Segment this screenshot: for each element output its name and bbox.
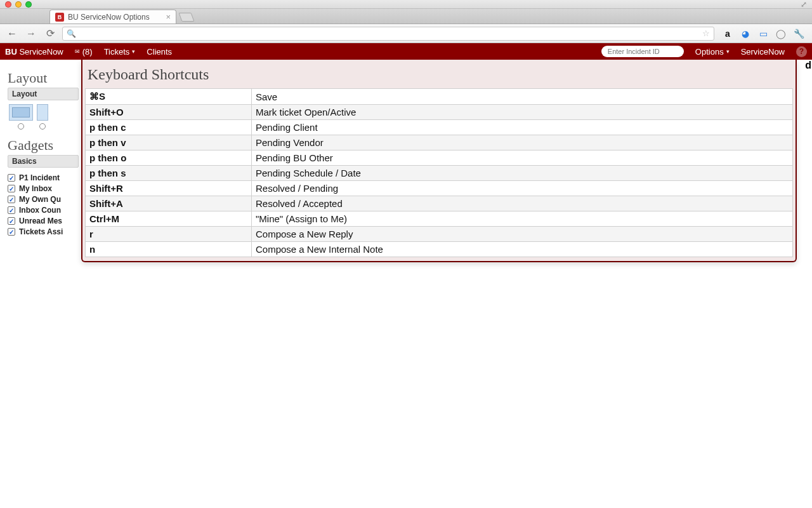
browser-extension-icons: a ◕ ▭ ◯ 🔧 (719, 28, 807, 39)
forward-icon[interactable]: → (24, 27, 38, 41)
browser-tab-title: BU ServiceNow Options (68, 13, 150, 22)
shortcut-key: p then o (86, 150, 252, 166)
modal-title: Keyboard Shortcuts (82, 60, 796, 88)
app-brand[interactable]: BU ServiceNow (5, 47, 63, 57)
new-tab-button[interactable] (178, 13, 194, 22)
shortcut-description: Compose a New Reply (252, 227, 793, 242)
options-menu[interactable]: Options▾ (695, 47, 730, 57)
shortcut-key: Shift+R (86, 181, 252, 196)
browser-tabstrip: B BU ServiceNow Options × (0, 9, 812, 24)
shortcut-description: Pending Client (252, 120, 793, 135)
sidebar: Layout Layout Gadgets Basics ✓P1 Inciden… (0, 60, 81, 508)
shortcut-description: Resolved / Accepted (252, 196, 793, 211)
wrench-icon[interactable]: 🔧 (793, 28, 804, 39)
shortcut-row: p then sPending Schedule / Date (86, 166, 793, 181)
shortcut-key: n (86, 242, 252, 257)
gadget-check-label: Unread Mes (19, 217, 62, 225)
layout-thumbnails (9, 104, 79, 130)
browser-tab-active[interactable]: B BU ServiceNow Options × (49, 10, 176, 23)
window-close-icon[interactable] (5, 1, 11, 8)
tab-close-icon[interactable]: × (166, 12, 171, 22)
shortcut-row: Ctrl+M"Mine" (Assign to Me) (86, 211, 793, 227)
sidebar-section-gadgets-title: Gadgets (8, 137, 79, 154)
gadget-check-item[interactable]: ✓My Own Qu (8, 195, 79, 204)
gadget-check-label: P1 Incident (19, 173, 60, 182)
shortcut-row: nCompose a New Internal Note (86, 242, 793, 257)
checkbox-icon[interactable]: ✓ (8, 217, 15, 225)
shortcut-key: p then v (86, 135, 252, 150)
shortcut-description: Resolved / Pending (252, 181, 793, 196)
checkbox-icon[interactable]: ✓ (8, 228, 15, 236)
gadget-check-item[interactable]: ✓My Inbox (8, 184, 79, 193)
window-expand-icon[interactable]: ⤢ (801, 1, 808, 8)
app-menubar: BU ServiceNow ✉ (8) Tickets▾ Clients Opt… (0, 43, 812, 60)
gadget-check-label: My Own Qu (19, 195, 61, 204)
layout-thumb-2[interactable] (37, 104, 48, 121)
window-zoom-icon[interactable] (25, 1, 32, 8)
shortcut-key: p then s (86, 166, 252, 181)
layout-radio-2[interactable] (39, 123, 46, 130)
shortcut-key: r (86, 227, 252, 242)
gadget-checklist: ✓P1 Incident✓My Inbox✓My Own Qu✓Inbox Co… (8, 171, 79, 238)
checkbox-icon[interactable]: ✓ (8, 174, 15, 182)
extension-icon-2[interactable]: ▭ (757, 28, 769, 39)
shortcut-row: ⌘SSave (86, 89, 793, 105)
shortcut-key: Shift+O (86, 105, 252, 120)
gadget-check-label: Tickets Assi (19, 227, 63, 236)
extension-icon[interactable]: ◕ (740, 28, 751, 39)
back-icon[interactable]: ← (5, 27, 19, 41)
shortcuts-table: ⌘SSaveShift+OMark ticket Open/Activep th… (85, 88, 793, 257)
gadget-check-item[interactable]: ✓Inbox Coun (8, 206, 79, 215)
shortcut-row: Shift+RResolved / Pending (86, 181, 793, 196)
checkbox-icon[interactable]: ✓ (8, 185, 15, 192)
shortcut-row: rCompose a New Reply (86, 227, 793, 242)
checkbox-icon[interactable]: ✓ (8, 206, 15, 214)
gadget-check-label: My Inbox (19, 184, 52, 193)
shortcut-key: Shift+A (86, 196, 252, 211)
layout-radio-1[interactable] (18, 123, 24, 130)
extension-icon-3[interactable]: ◯ (775, 28, 787, 39)
os-titlebar: ⤢ (0, 0, 812, 9)
inbox-count: (8) (82, 47, 93, 57)
shortcut-row: Shift+AResolved / Accepted (86, 196, 793, 211)
shortcut-key: ⌘S (86, 89, 252, 105)
shortcut-key: p then c (86, 120, 252, 135)
background-text: d (805, 60, 811, 71)
reload-icon[interactable]: ⟳ (43, 27, 57, 41)
help-icon[interactable]: ? (796, 46, 807, 57)
inbox-menu[interactable]: ✉ (8) (75, 47, 93, 57)
shortcut-description: Pending BU Other (252, 150, 793, 166)
servicenow-link[interactable]: ServiceNow (741, 47, 785, 57)
shortcut-row: p then oPending BU Other (86, 150, 793, 166)
gadget-check-item[interactable]: ✓Tickets Assi (8, 227, 79, 236)
chevron-down-icon: ▾ (726, 48, 730, 55)
incident-id-input[interactable] (601, 46, 684, 57)
keyboard-shortcuts-panel: Keyboard Shortcuts ⌘SSaveShift+OMark tic… (81, 60, 797, 262)
shortcut-key: Ctrl+M (86, 211, 252, 227)
shortcut-description: Mark ticket Open/Active (252, 105, 793, 120)
bookmark-star-icon[interactable]: ☆ (702, 29, 710, 38)
sidebar-section-gadgets-sub: Basics (8, 155, 79, 168)
window-minimize-icon[interactable] (15, 1, 22, 8)
search-icon: 🔍 (67, 29, 76, 38)
clients-menu[interactable]: Clients (147, 47, 172, 57)
url-bar[interactable]: 🔍 ☆ (62, 27, 714, 41)
shortcut-description: Save (252, 89, 793, 105)
checkbox-icon[interactable]: ✓ (8, 196, 15, 203)
gadget-check-item[interactable]: ✓P1 Incident (8, 173, 79, 182)
shortcut-row: Shift+OMark ticket Open/Active (86, 105, 793, 120)
shortcut-description: Pending Schedule / Date (252, 166, 793, 181)
amazon-ext-icon[interactable]: a (722, 28, 733, 39)
content-area: Layout Layout Gadgets Basics ✓P1 Inciden… (0, 60, 812, 508)
layout-thumb-1[interactable] (9, 104, 33, 121)
browser-toolbar: ← → ⟳ 🔍 ☆ a ◕ ▭ ◯ 🔧 (0, 24, 812, 43)
favicon-icon: B (55, 13, 64, 22)
sidebar-section-layout-sub: Layout (8, 88, 79, 100)
shortcut-row: p then vPending Vendor (86, 135, 793, 150)
chevron-down-icon: ▾ (132, 48, 135, 55)
shortcut-description: "Mine" (Assign to Me) (252, 211, 793, 227)
tickets-menu[interactable]: Tickets▾ (104, 47, 136, 57)
envelope-icon: ✉ (75, 48, 80, 55)
shortcut-description: Pending Vendor (252, 135, 793, 150)
gadget-check-item[interactable]: ✓Unread Mes (8, 217, 79, 225)
